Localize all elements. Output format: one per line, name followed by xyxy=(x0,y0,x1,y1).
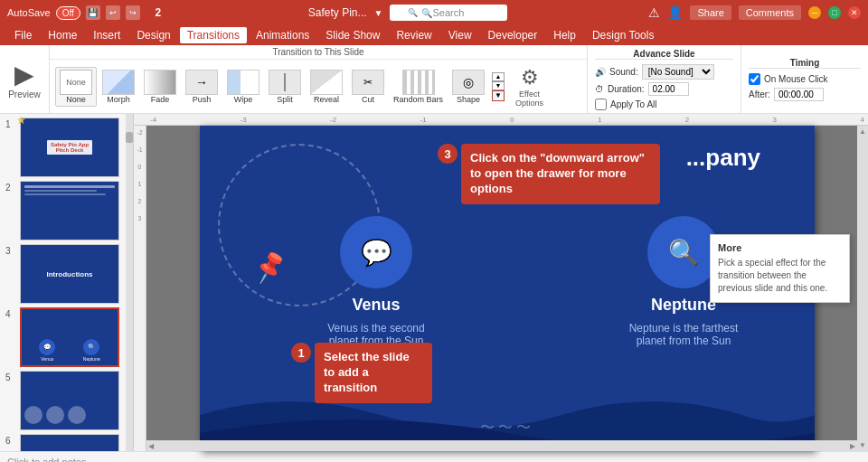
menu-transitions[interactable]: Transitions xyxy=(180,27,247,43)
transition-reveal-btn[interactable]: Reveal xyxy=(307,68,346,106)
transition-morph-btn[interactable]: Morph xyxy=(99,68,138,106)
menu-view[interactable]: View xyxy=(441,27,479,43)
effect-options-label: EffectOptions xyxy=(515,90,543,108)
slide-panel-scrollbar[interactable] xyxy=(126,114,133,451)
slide-number-4: 4 xyxy=(5,307,20,319)
transition-randombars-btn[interactable]: Random Bars xyxy=(390,68,447,106)
slide-thumb-container-2[interactable]: 2 xyxy=(5,181,127,240)
neptune-desc: Neptune is the farthest planet from the … xyxy=(625,322,742,347)
ribbon-timing-group: Timing On Mouse Click After: xyxy=(741,45,868,113)
autosave-toggle[interactable]: Off xyxy=(56,6,80,20)
ribbon-transition-buttons: None None Morph Fade → Push xyxy=(50,60,587,113)
after-label: After: xyxy=(749,90,770,99)
slide-thumb-container-3[interactable]: 3 Introductions xyxy=(5,244,127,304)
menu-developer[interactable]: Developer xyxy=(481,27,545,43)
comments-button[interactable]: Comments xyxy=(739,5,801,20)
scroll-down-btn[interactable]: ▼ xyxy=(492,81,505,90)
close-button[interactable]: ✕ xyxy=(848,6,861,19)
undo-icon[interactable]: ↩ xyxy=(106,5,120,20)
menu-help[interactable]: Help xyxy=(546,27,583,43)
tooltip-title: More xyxy=(718,242,842,253)
minimize-button[interactable]: ─ xyxy=(808,6,821,19)
slide-area: 📌 ...pany 💬 Venus Venus is the second pl… xyxy=(146,126,868,451)
autosave-label: AutoSave xyxy=(7,7,51,18)
slide-thumb-2 xyxy=(20,181,119,240)
effect-options-btn[interactable]: ⚙ EffectOptions xyxy=(510,64,549,109)
transition-randombars-label: Random Bars xyxy=(393,95,443,104)
slide-thumb-container-4[interactable]: 4 💬 Venus 🔍 Neptune xyxy=(5,307,127,367)
tooltip-popup: More Pick a special effect for the trans… xyxy=(710,234,850,303)
warning-icon: ⚠ xyxy=(648,5,660,20)
transition-shape-btn[interactable]: ◎ Shape xyxy=(448,68,488,106)
slide-content-area: -2-10123 xyxy=(134,126,868,451)
ribbon-preview-group: ▶ Preview xyxy=(0,45,50,113)
slide-thumb-6 xyxy=(20,434,119,451)
slide-number-2: 2 xyxy=(5,181,20,193)
sound-select[interactable]: [No Sound] xyxy=(642,64,714,80)
transition-reveal-label: Reveal xyxy=(314,95,339,104)
transition-none-btn[interactable]: None None xyxy=(55,67,97,107)
transition-split-label: Split xyxy=(277,95,293,104)
menu-design-tools[interactable]: Design Tools xyxy=(585,27,661,43)
slide-thumb-container-1[interactable]: 1 Safety Pin AppPitch Deck ★ xyxy=(5,118,127,177)
transition-cut-btn[interactable]: ✂ Cut xyxy=(348,68,388,106)
maximize-button[interactable]: □ xyxy=(828,6,841,19)
user-icon[interactable]: 👤 xyxy=(667,5,683,20)
neptune-icon: 🔍 xyxy=(647,216,720,288)
ribbon-sound-group: Advance Slide 🔊 Sound: [No Sound] ⏱ Dura… xyxy=(588,45,741,113)
menu-animations[interactable]: Animations xyxy=(249,27,316,43)
venus-section: 💬 Venus Venus is the second planet from … xyxy=(317,216,435,347)
scroll-up-btn[interactable]: ▲ xyxy=(492,72,505,81)
apply-all-checkbox[interactable] xyxy=(595,99,607,110)
transition-push-btn[interactable]: → Push xyxy=(182,68,222,106)
vertical-scrollbar[interactable]: ▲ ▼ xyxy=(857,126,868,451)
transition-cut-label: Cut xyxy=(362,95,374,104)
slide-thumb-container-6[interactable]: 6 xyxy=(5,434,127,451)
timing-label: Timing xyxy=(749,58,861,69)
slide-thumb-3: Introductions xyxy=(20,244,119,304)
transition-morph-label: Morph xyxy=(107,95,130,104)
after-input[interactable] xyxy=(774,88,824,101)
share-button[interactable]: Share xyxy=(690,5,731,20)
menu-slideshow[interactable]: Slide Show xyxy=(318,27,387,43)
save-icon[interactable]: 💾 xyxy=(86,5,100,20)
transition-push-label: Push xyxy=(193,95,212,104)
on-mouse-click-checkbox[interactable] xyxy=(749,73,760,85)
ribbon-transition-group: Transition to This Slide None None Morph… xyxy=(50,45,588,113)
menu-design[interactable]: Design xyxy=(129,27,177,43)
transition-wipe-label: Wipe xyxy=(234,95,253,104)
title-bar: AutoSave Off 💾 ↩ ↪ 2 Safety Pin... ▼ 🔍 S… xyxy=(0,0,868,25)
annotation-1-box: Select the slide to add a transition xyxy=(315,343,432,403)
menu-home[interactable]: Home xyxy=(41,27,84,43)
neptune-name: Neptune xyxy=(651,296,716,315)
annotation-3-circle: 3 xyxy=(438,144,458,164)
transition-fade-btn[interactable]: Fade xyxy=(140,68,180,106)
horizontal-scrollbar[interactable]: ◀ ▶ xyxy=(146,440,857,451)
scrollbar-thumb[interactable] xyxy=(126,132,133,143)
slide-number-6: 6 xyxy=(5,434,20,446)
slide-thumb-1: Safety Pin AppPitch Deck xyxy=(20,118,119,177)
transition-wipe-btn[interactable]: Wipe xyxy=(223,68,263,106)
transition-split-btn[interactable]: Split xyxy=(265,68,305,106)
annotation-3-box: Click on the "downward arrow" to open th… xyxy=(461,144,660,204)
duration-input[interactable] xyxy=(648,82,689,96)
ribbon-transition-label: Transition to This Slide xyxy=(50,45,587,60)
more-transitions-btn[interactable]: ▼ xyxy=(492,90,505,101)
advance-slide-label: Advance Slide xyxy=(595,49,733,60)
menu-review[interactable]: Review xyxy=(389,27,439,43)
ruler-vertical: -2-10123 xyxy=(134,126,146,451)
notes-label: Click to add notes xyxy=(7,457,86,463)
venus-icon: 💬 xyxy=(340,216,412,288)
tooltip-text: Pick a special effect for the transition… xyxy=(718,257,842,295)
title-dropdown-icon[interactable]: ▼ xyxy=(374,8,383,18)
slide-thumb-4: 💬 Venus 🔍 Neptune xyxy=(20,307,119,367)
slide-thumb-container-5[interactable]: 5 xyxy=(5,371,127,430)
notes-bar[interactable]: Click to add notes xyxy=(0,451,868,462)
preview-label[interactable]: Preview xyxy=(8,90,41,99)
menu-file[interactable]: File xyxy=(7,27,39,43)
redo-icon[interactable]: ↪ xyxy=(126,5,140,20)
menu-insert[interactable]: Insert xyxy=(86,27,127,43)
on-mouse-click-label: On Mouse Click xyxy=(764,74,828,84)
sound-icon: 🔊 xyxy=(595,67,606,77)
search-bar[interactable]: 🔍 Search xyxy=(390,5,507,21)
